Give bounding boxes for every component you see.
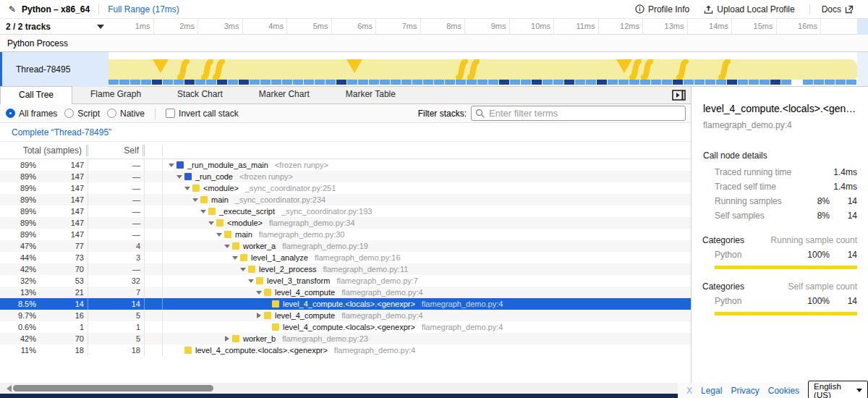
- total-percent: 13%: [0, 287, 36, 298]
- panel-tabs: Call TreeFlame GraphStack ChartMarker Ch…: [0, 87, 691, 104]
- breadcrumb-complete-thread[interactable]: Complete “Thread-78495”: [12, 127, 111, 137]
- horizontal-scrollbar[interactable]: [0, 383, 678, 394]
- self-samples: —: [88, 171, 145, 182]
- self-samples: 32: [88, 275, 145, 287]
- invert-call-stack-checkbox[interactable]: Invert call stack: [166, 109, 239, 119]
- sample-segment: [597, 80, 607, 85]
- sample-segment: [684, 80, 694, 85]
- time-tick-label: 9ms: [467, 22, 506, 30]
- collapse-arrow-icon[interactable]: [191, 194, 200, 206]
- search-icon: [475, 109, 485, 119]
- call-tree-row[interactable]: 42%705worker_bflamegraph_demo.py:23: [0, 333, 691, 344]
- total-percent: 89%: [0, 217, 36, 229]
- upload-profile-button[interactable]: Upload Local Profile: [704, 4, 794, 14]
- call-tree-row[interactable]: 9.7%165level_4_computeflamegraph_demo.py…: [0, 310, 691, 321]
- time-tick-label: 4ms: [244, 22, 284, 30]
- category-square-icon: [184, 173, 192, 180]
- scroll-left-arrow-icon[interactable]: [3, 385, 12, 392]
- call-tree-row[interactable]: 89%147—<module>flamegraph_demo.py:34: [0, 217, 691, 229]
- call-tree-row[interactable]: 32%5332level_3_transformflamegraph_demo.…: [0, 275, 691, 287]
- sidebar-toggle-icon[interactable]: [672, 90, 686, 101]
- column-total[interactable]: Total (samples): [0, 145, 88, 156]
- call-tree-row[interactable]: 89%147—_run_module_as_main<frozen runpy>: [0, 159, 691, 171]
- total-samples: 1: [36, 321, 88, 333]
- collapse-arrow-icon[interactable]: [207, 217, 216, 229]
- column-spacer: [145, 145, 163, 156]
- call-tree-row[interactable]: 89%147—_run_code<frozen runpy>: [0, 171, 691, 182]
- row-spacer: [145, 206, 163, 217]
- collapse-arrow-icon[interactable]: [215, 229, 224, 240]
- self-samples: 14: [88, 298, 145, 310]
- tab-call-tree[interactable]: Call Tree: [0, 86, 72, 104]
- sample-segment: [423, 80, 433, 85]
- collapse-arrow-icon[interactable]: [167, 159, 176, 171]
- collapse-arrow-icon[interactable]: [199, 206, 208, 217]
- thread-activity-graph[interactable]: [109, 52, 861, 87]
- tracks-dropdown-button[interactable]: 2 / 2 tracks: [0, 19, 109, 35]
- detail-percent: 8%: [802, 211, 830, 221]
- collapse-arrow-icon[interactable]: [183, 182, 192, 194]
- tick-divider: [197, 19, 198, 35]
- category-square-icon: [224, 231, 231, 238]
- row-spacer: [145, 229, 163, 240]
- collapse-arrow-icon[interactable]: [239, 263, 247, 275]
- frame-cell: _execute_script_sync_coordinator.py:193: [163, 206, 691, 217]
- expand-arrow-icon[interactable]: [223, 333, 231, 344]
- scrollbar-thumb[interactable]: [13, 385, 213, 391]
- footer-link-privacy[interactable]: Privacy: [731, 386, 759, 396]
- edit-pencil-icon[interactable]: ✎: [9, 4, 16, 14]
- call-tree-row[interactable]: 8.5%1414level_4_compute.<locals>.<genexp…: [0, 298, 691, 310]
- collapse-arrow-icon[interactable]: [255, 287, 263, 298]
- call-tree-row[interactable]: 89%147—mainflamegraph_demo.py:30: [0, 229, 691, 240]
- filter-stacks-input[interactable]: [471, 106, 686, 121]
- column-self[interactable]: Self: [88, 145, 145, 156]
- collapse-arrow-icon[interactable]: [231, 252, 239, 263]
- tab-marker-table[interactable]: Marker Table: [328, 86, 414, 103]
- collapse-arrow-icon[interactable]: [247, 275, 255, 287]
- footer-link-legal[interactable]: Legal: [701, 386, 722, 396]
- call-tree-row[interactable]: 11%1818level_4_compute.<locals>.<genexpr…: [0, 344, 691, 356]
- expander-spacer: [263, 321, 271, 333]
- total-percent: 32%: [0, 275, 36, 287]
- language-select[interactable]: English (US): [808, 381, 868, 398]
- call-tree-row[interactable]: 47%774worker_aflamegraph_demo.py:19: [0, 240, 691, 252]
- tab-stack-chart[interactable]: Stack Chart: [159, 86, 241, 103]
- category-square-icon: [232, 335, 239, 342]
- full-range-link[interactable]: Full Range (17ms): [108, 4, 179, 14]
- total-percent: 89%: [0, 229, 36, 240]
- call-tree-row[interactable]: 89%147—main_sync_coordinator.py:234: [0, 194, 691, 206]
- thread-track-header[interactable]: Thread-78495: [0, 52, 109, 87]
- sample-segment: [749, 80, 759, 85]
- radio-all-frames[interactable]: All frames: [6, 109, 57, 119]
- collapse-arrow-icon[interactable]: [223, 240, 231, 252]
- sample-segment: [662, 80, 672, 85]
- file-location: flamegraph_demo.py:34: [269, 217, 355, 229]
- sample-segment: [315, 80, 325, 85]
- total-samples: 18: [36, 344, 88, 356]
- call-tree-row[interactable]: 42%70—level_2_processflamegraph_demo.py:…: [0, 263, 691, 275]
- sample-segment: [141, 80, 151, 85]
- sample-segment: [738, 80, 748, 85]
- call-tree-row[interactable]: 44%733level_1_analyzeflamegraph_demo.py:…: [0, 252, 691, 263]
- call-tree-row[interactable]: 89%147—<module>_sync_coordinator.py:251: [0, 182, 691, 194]
- radio-script[interactable]: Script: [64, 109, 100, 119]
- call-tree-row[interactable]: 0.6%11level_4_compute.<locals>.<genexpr>…: [0, 321, 691, 333]
- process-track-header[interactable]: Python Process: [0, 35, 868, 52]
- radio-native[interactable]: Native: [107, 109, 145, 119]
- docs-button[interactable]: Docs: [822, 4, 854, 14]
- call-tree-row[interactable]: 13%217level_4_computeflamegraph_demo.py:…: [0, 287, 691, 298]
- footer-link-cookies[interactable]: Cookies: [768, 386, 799, 396]
- radio-icon: [107, 109, 116, 118]
- detail-value: 1.4ms: [830, 167, 857, 177]
- call-tree-row[interactable]: 89%147—_execute_script_sync_coordinator.…: [0, 206, 691, 217]
- time-tick-label: 15ms: [734, 22, 773, 30]
- tick-divider: [731, 19, 732, 35]
- sample-segment: [499, 80, 509, 85]
- tab-marker-chart[interactable]: Marker Chart: [241, 86, 328, 103]
- collapse-arrow-icon[interactable]: [175, 171, 184, 182]
- function-name: worker_a: [243, 240, 276, 252]
- profile-info-button[interactable]: Profile Info: [635, 4, 689, 14]
- tab-flame-graph[interactable]: Flame Graph: [72, 86, 159, 103]
- expand-arrow-icon[interactable]: [255, 310, 263, 321]
- footer-x-link[interactable]: X: [686, 386, 692, 396]
